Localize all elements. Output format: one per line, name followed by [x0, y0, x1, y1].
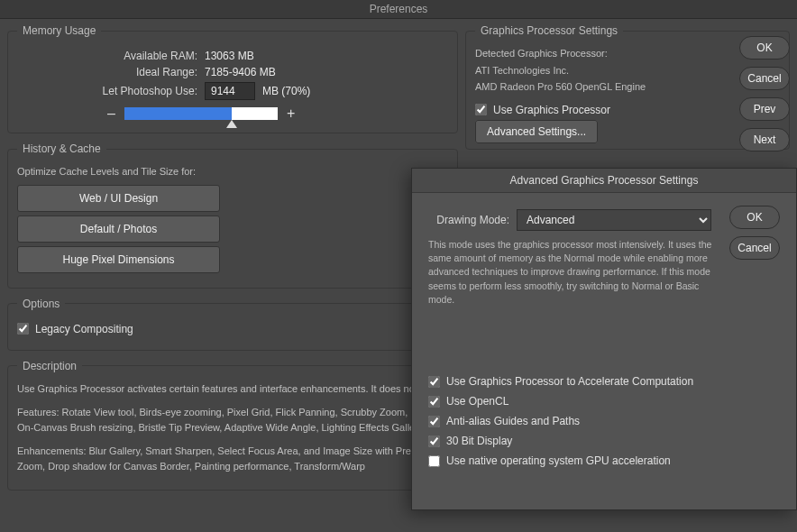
- use-gpu-label: Use Graphics Processor: [493, 104, 610, 116]
- memory-decrease-button[interactable]: –: [107, 105, 115, 122]
- accelerate-row[interactable]: Use Graphics Processor to Accelerate Com…: [428, 375, 719, 388]
- native-gpu-row[interactable]: Use native operating system GPU accelera…: [428, 454, 719, 467]
- native-gpu-checkbox[interactable]: [428, 455, 440, 467]
- antialias-row[interactable]: Anti-alias Guides and Paths: [428, 415, 719, 427]
- description-text-2: Features: Rotate View tool, Birds-eye zo…: [17, 405, 448, 435]
- native-gpu-label: Use native operating system GPU accelera…: [446, 454, 671, 467]
- advanced-gpu-modal: Advanced Graphics Processor Settings Dra…: [411, 168, 797, 510]
- detected-gpu-label: Detected Graphics Processor:: [475, 46, 780, 61]
- gpu-vendor: ATI Technologies Inc.: [475, 63, 780, 78]
- available-ram-value: 13063 MB: [205, 50, 254, 62]
- use-gpu-row[interactable]: Use Graphics Processor: [475, 104, 780, 116]
- history-cache-legend: History & Cache: [17, 142, 106, 155]
- opencl-row[interactable]: Use OpenCL: [428, 395, 719, 408]
- cancel-button[interactable]: Cancel: [739, 67, 790, 90]
- default-photos-button[interactable]: Default / Photos: [17, 216, 220, 243]
- next-button[interactable]: Next: [739, 128, 790, 151]
- gpu-model: AMD Radeon Pro 560 OpenGL Engine: [475, 79, 780, 95]
- memory-suffix: MB (70%): [262, 85, 310, 97]
- memory-slider-fill: [124, 107, 232, 120]
- memory-amount-input[interactable]: [205, 82, 255, 100]
- thirty-bit-checkbox[interactable]: [428, 436, 440, 447]
- thirty-bit-row[interactable]: 30 Bit Display: [428, 435, 719, 447]
- use-gpu-checkbox[interactable]: [475, 104, 487, 115]
- thirty-bit-label: 30 Bit Display: [446, 435, 512, 447]
- drawing-mode-description: This mode uses the graphics processor mo…: [428, 238, 719, 307]
- legacy-compositing-row[interactable]: Legacy Compositing: [17, 323, 448, 335]
- memory-usage-legend: Memory Usage: [17, 24, 101, 37]
- memory-slider[interactable]: [124, 107, 278, 120]
- legacy-compositing-checkbox[interactable]: [17, 323, 29, 335]
- options-group: Options Legacy Compositing: [7, 298, 458, 351]
- memory-usage-group: Memory Usage Available RAM: 13063 MB Ide…: [7, 24, 458, 133]
- ideal-range-label: Ideal Range:: [17, 66, 197, 78]
- available-ram-label: Available RAM:: [17, 50, 197, 62]
- opencl-label: Use OpenCL: [446, 395, 508, 408]
- ok-button[interactable]: OK: [739, 36, 790, 60]
- legacy-compositing-label: Legacy Compositing: [35, 323, 133, 335]
- modal-cancel-button[interactable]: Cancel: [729, 236, 780, 260]
- gpu-settings-legend: Graphics Processor Settings: [475, 24, 623, 37]
- memory-increase-button[interactable]: +: [287, 105, 295, 122]
- antialias-checkbox[interactable]: [428, 416, 440, 427]
- let-photoshop-use-label: Let Photoshop Use:: [17, 85, 197, 97]
- window-title: Preferences: [0, 0, 797, 19]
- optimize-label: Optimize Cache Levels and Tile Size for:: [17, 164, 448, 179]
- ideal-range-value: 7185-9406 MB: [205, 66, 276, 78]
- modal-ok-button[interactable]: OK: [729, 206, 780, 229]
- description-legend: Description: [17, 360, 82, 372]
- description-text-3: Enhancements: Blur Gallery, Smart Sharpe…: [17, 444, 448, 473]
- description-text-1: Use Graphics Processor activates certain…: [17, 381, 448, 397]
- description-group: Description Use Graphics Processor activ…: [7, 360, 458, 491]
- history-cache-group: History & Cache Optimize Cache Levels an…: [7, 142, 458, 289]
- accelerate-label: Use Graphics Processor to Accelerate Com…: [446, 375, 693, 388]
- options-legend: Options: [17, 298, 65, 310]
- modal-title: Advanced Graphics Processor Settings: [412, 169, 796, 193]
- accelerate-checkbox[interactable]: [428, 376, 440, 388]
- drawing-mode-label: Drawing Mode:: [428, 214, 509, 226]
- opencl-checkbox[interactable]: [428, 396, 440, 408]
- web-ui-design-button[interactable]: Web / UI Design: [17, 185, 220, 212]
- drawing-mode-select[interactable]: Advanced: [517, 209, 711, 231]
- memory-slider-thumb[interactable]: [226, 120, 237, 128]
- antialias-label: Anti-alias Guides and Paths: [446, 415, 580, 427]
- huge-pixel-button[interactable]: Huge Pixel Dimensions: [17, 246, 220, 273]
- advanced-settings-button[interactable]: Advanced Settings...: [475, 120, 598, 143]
- prev-button[interactable]: Prev: [739, 97, 790, 121]
